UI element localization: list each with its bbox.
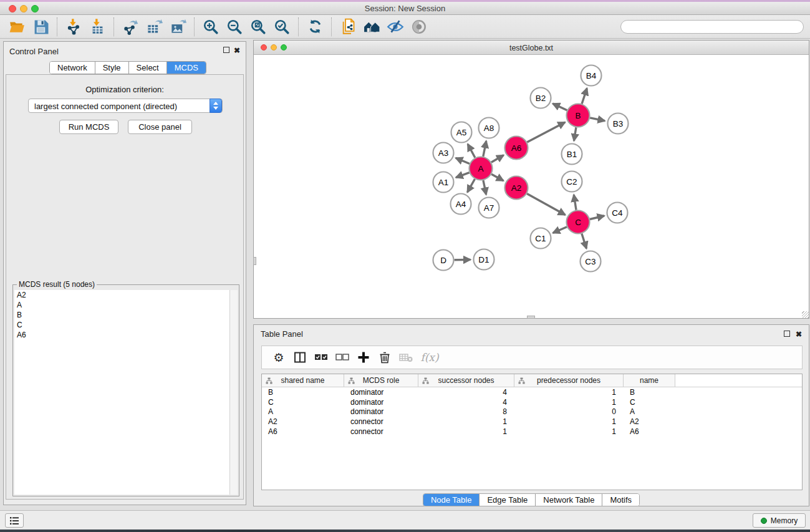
- graph-edge-B-B2[interactable]: [552, 104, 567, 110]
- column-header-shared-name[interactable]: shared name: [262, 374, 344, 387]
- zoom-in-button[interactable]: [201, 18, 220, 36]
- first-neighbors-button[interactable]: [362, 18, 381, 36]
- graph-edge-A-A2[interactable]: [491, 174, 503, 180]
- zoom-selected-button[interactable]: [272, 18, 291, 36]
- criterion-dropdown[interactable]: largest connected component (directed): [28, 99, 223, 113]
- table-panel-float-button[interactable]: [784, 331, 790, 337]
- tab-node-table[interactable]: Node Table: [423, 494, 480, 506]
- window-bottom-resize-grip[interactable]: [527, 316, 535, 319]
- graph-edge-A-A6[interactable]: [491, 155, 504, 162]
- delete-table-button-disabled[interactable]: [395, 348, 417, 367]
- cell-mcds-role[interactable]: connector: [344, 417, 418, 426]
- graph-edge-B-B1[interactable]: [574, 127, 576, 141]
- cell-predecessor-nodes[interactable]: 0: [514, 407, 624, 416]
- zoom-out-button[interactable]: [225, 18, 244, 36]
- create-column-button[interactable]: [353, 348, 374, 367]
- import-network-button[interactable]: [64, 18, 83, 36]
- column-header-successor-nodes[interactable]: successor nodes: [418, 374, 514, 387]
- cell-mcds-role[interactable]: dominator: [344, 398, 418, 407]
- cell-shared-name[interactable]: B: [262, 388, 344, 397]
- cell-name[interactable]: B: [624, 388, 675, 397]
- mcds-result-item[interactable]: B: [14, 310, 238, 320]
- graph-edge-B-B4[interactable]: [582, 88, 587, 104]
- cell-successor-nodes[interactable]: 8: [418, 407, 514, 416]
- tab-select[interactable]: Select: [129, 62, 167, 74]
- select-all-button[interactable]: [311, 348, 332, 367]
- cell-predecessor-nodes[interactable]: 1: [514, 388, 624, 397]
- graph-edge-A-A7[interactable]: [483, 180, 486, 195]
- cell-mcds-role[interactable]: dominator: [344, 388, 418, 397]
- hide-selected-button[interactable]: [386, 18, 405, 36]
- zoom-fit-button[interactable]: [249, 18, 268, 36]
- deselect-all-button[interactable]: [332, 348, 353, 367]
- cell-shared-name[interactable]: A: [262, 407, 344, 416]
- graph-edge-A-A4[interactable]: [468, 179, 475, 192]
- table-panel-close-icon[interactable]: ✖: [796, 331, 802, 338]
- graph-edge-C-C4[interactable]: [590, 216, 604, 220]
- task-history-button[interactable]: [5, 513, 24, 528]
- mcds-result-item[interactable]: A6: [14, 330, 238, 340]
- save-session-button[interactable]: [31, 18, 50, 36]
- mcds-result-item[interactable]: A2: [14, 290, 238, 300]
- control-panel-close-icon[interactable]: ✖: [234, 47, 240, 54]
- clone-network-button[interactable]: [339, 18, 357, 36]
- open-session-button[interactable]: [7, 18, 26, 36]
- cell-predecessor-nodes[interactable]: 1: [514, 398, 624, 407]
- control-panel-float-button[interactable]: [223, 47, 229, 53]
- column-header-name[interactable]: name: [624, 374, 675, 387]
- cell-shared-name[interactable]: A6: [262, 427, 344, 436]
- tab-motifs[interactable]: Motifs: [602, 494, 639, 506]
- cell-predecessor-nodes[interactable]: 1: [514, 417, 624, 426]
- cell-mcds-role[interactable]: connector: [344, 427, 418, 436]
- export-image-button[interactable]: [168, 18, 187, 36]
- network-canvas[interactable]: AA1A2A3A4A5A6A7A8BB1B2B3B4CC1C2C3C4DD1: [254, 55, 809, 318]
- function-builder-button-disabled[interactable]: f(x): [419, 348, 440, 367]
- tab-network-table[interactable]: Network Table: [536, 494, 602, 506]
- delete-column-button[interactable]: [374, 348, 395, 367]
- graph-edge-C-C2[interactable]: [574, 195, 576, 210]
- tab-network[interactable]: Network: [50, 62, 95, 74]
- show-columns-button[interactable]: [289, 348, 311, 367]
- table-row[interactable]: A6 connector 1 1 A6: [262, 427, 802, 437]
- cell-name[interactable]: A: [624, 407, 675, 416]
- memory-button[interactable]: Memory: [753, 513, 806, 528]
- cell-successor-nodes[interactable]: 1: [418, 417, 514, 426]
- run-mcds-button[interactable]: Run MCDS: [59, 120, 118, 134]
- cell-successor-nodes[interactable]: 1: [418, 427, 514, 436]
- search-input[interactable]: [620, 20, 804, 34]
- cell-shared-name[interactable]: A2: [262, 417, 344, 426]
- graph-edge-A2-C[interactable]: [527, 193, 565, 215]
- close-panel-button[interactable]: Close panel: [128, 120, 192, 134]
- graph-edge-C-C1[interactable]: [553, 227, 567, 233]
- import-table-button[interactable]: [88, 18, 107, 36]
- table-row[interactable]: C dominator 4 1 C: [262, 397, 802, 407]
- tab-mcds[interactable]: MCDS: [167, 62, 206, 74]
- mcds-result-item[interactable]: A: [14, 300, 238, 310]
- cell-predecessor-nodes[interactable]: 1: [514, 427, 624, 436]
- column-header-predecessor-nodes[interactable]: predecessor nodes: [514, 374, 624, 387]
- graph-edge-A-A8[interactable]: [483, 141, 486, 157]
- graph-edge-A-A1[interactable]: [456, 173, 470, 178]
- graph-edge-B-B3[interactable]: [590, 118, 605, 121]
- graph-edge-A-A3[interactable]: [456, 158, 470, 163]
- show-all-button[interactable]: [410, 18, 428, 36]
- table-row[interactable]: B dominator 4 1 B: [262, 387, 802, 397]
- export-network-button[interactable]: [121, 18, 140, 36]
- cell-shared-name[interactable]: C: [262, 398, 344, 407]
- graph-edge-C-C3[interactable]: [582, 234, 587, 249]
- cell-successor-nodes[interactable]: 4: [418, 398, 514, 407]
- table-row[interactable]: A2 connector 1 1 A2: [262, 417, 802, 427]
- table-settings-button[interactable]: ⚙: [268, 348, 289, 367]
- cell-successor-nodes[interactable]: 4: [418, 388, 514, 397]
- tab-style[interactable]: Style: [95, 62, 129, 74]
- export-table-button[interactable]: [145, 18, 163, 36]
- refresh-layout-button[interactable]: [306, 18, 324, 36]
- mcds-result-item[interactable]: C: [14, 320, 238, 330]
- app-titlebar[interactable]: Session: New Session: [0, 2, 810, 15]
- cell-mcds-role[interactable]: dominator: [344, 407, 418, 416]
- mcds-list-scrollbar[interactable]: [229, 290, 238, 495]
- network-window-titlebar[interactable]: testGlobe.txt: [254, 41, 809, 55]
- window-left-resize-grip[interactable]: [253, 257, 256, 265]
- cell-name[interactable]: A6: [624, 427, 675, 436]
- tab-edge-table[interactable]: Edge Table: [480, 494, 536, 506]
